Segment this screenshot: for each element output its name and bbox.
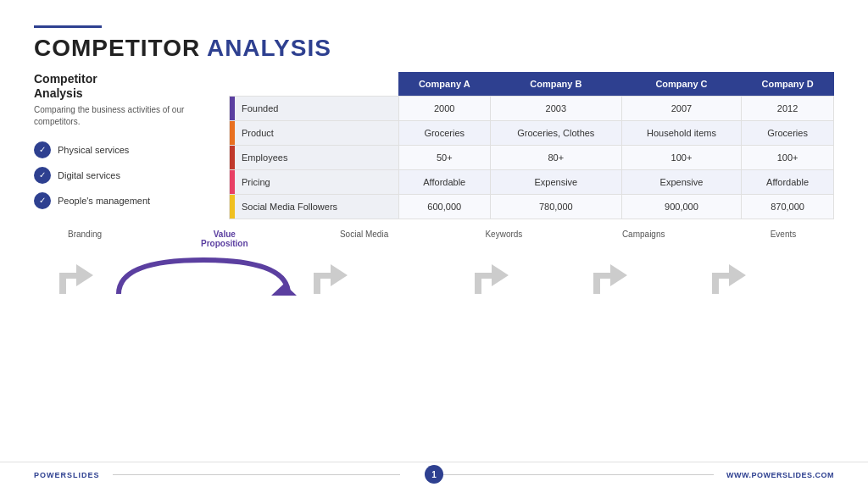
label-campaigns: Campaigns [601,230,686,248]
bottom-labels: Branding ValueProposition Social Media K… [34,230,834,248]
row-label-cell: Employees [230,146,399,170]
table-cell: 600,000 [398,195,490,219]
bottom-section: Branding ValueProposition Social Media K… [34,230,834,302]
col-header-a: Company A [398,72,490,97]
empty-header [230,72,399,97]
table-cell: Groceries [742,121,834,146]
footer-website: WWW.POWERSLIDES.COM [726,471,834,479]
table-cell: 2000 [398,97,490,121]
footer-line-right [426,474,714,475]
row-color-indicator [230,146,235,169]
table-cell: 780,000 [490,195,621,219]
check-label: People's management [58,196,150,206]
row-color-indicator [230,170,235,194]
row-label-cell: Pricing [230,170,399,195]
list-item: ✓ People's management [34,192,212,209]
table-cell: 900,000 [621,195,741,219]
footer-page: 1 [425,465,443,484]
slide: COMPETITOR ANALYSIS CompetitorAnalysis C… [0,0,868,487]
check-icon: ✓ [34,192,51,209]
table-cell: 2012 [742,97,834,121]
label-events: Events [741,230,826,248]
table-cell: 870,000 [742,195,834,219]
row-label-cell: Social Media Followers [230,195,399,219]
row-color-indicator [230,121,235,145]
label-keywords: Keywords [461,230,546,248]
row-label-cell: Product [230,121,399,146]
analysis-table: Company A Company B Company C Company D … [229,72,834,219]
header-accent-line [34,25,102,28]
check-icon: ✓ [34,167,51,184]
col-header-c: Company C [621,72,741,97]
table-row: Founded2000200320072012 [230,97,834,121]
table-row: Social Media Followers600,000780,000900,… [230,195,834,219]
arrows-svg [34,252,834,298]
table-cell: Affordable [742,170,834,195]
table-cell: Affordable [398,170,490,195]
table-cell: 80+ [490,146,621,170]
check-label: Physical services [58,145,129,155]
check-label: Digital services [58,170,120,180]
title-word2: ANALYSIS [207,35,331,61]
col-header-d: Company D [742,72,834,97]
list-item: ✓ Physical services [34,141,212,158]
footer-line [113,474,401,475]
row-color-indicator [230,195,235,219]
check-list: ✓ Physical services ✓ Digital services ✓… [34,141,212,209]
title-word1: COMPETITOR [34,35,207,61]
row-label-cell: Founded [230,97,399,121]
check-icon: ✓ [34,141,51,158]
table-row: Employees50+80+100+100+ [230,146,834,170]
table-row: ProductGroceriesGroceries, ClothesHouseh… [230,121,834,146]
label-social: Social Media [322,230,407,248]
table-cell: Expensive [621,170,741,195]
table-cell: Household items [621,121,741,146]
page-title: COMPETITOR ANALYSIS [34,35,834,62]
right-panel: Company A Company B Company C Company D … [229,72,834,219]
table-cell: 100+ [742,146,834,170]
table-cell: 50+ [398,146,490,170]
content-area: CompetitorAnalysis Comparing the busines… [34,72,834,219]
table-cell: Groceries [398,121,490,146]
list-item: ✓ Digital services [34,167,212,184]
left-panel: CompetitorAnalysis Comparing the busines… [34,72,212,219]
col-header-b: Company B [490,72,621,97]
table-cell: Groceries, Clothes [490,121,621,146]
table-cell: Expensive [490,170,621,195]
footer: POWERSLIDES 1 WWW.POWERSLIDES.COM [0,462,868,487]
table-cell: 100+ [621,146,741,170]
row-color-indicator [230,97,235,120]
competitor-analysis-title: CompetitorAnalysis [34,72,212,101]
competitor-subtitle: Comparing the business activities of our… [34,104,212,128]
label-value-prop: ValueProposition [182,230,267,248]
table-cell: 2003 [490,97,621,121]
label-branding: Branding [42,230,127,248]
table-cell: 2007 [621,97,741,121]
svg-marker-0 [271,284,297,296]
footer-brand: POWERSLIDES [34,471,100,479]
table-row: PricingAffordableExpensiveExpensiveAffor… [230,170,834,195]
